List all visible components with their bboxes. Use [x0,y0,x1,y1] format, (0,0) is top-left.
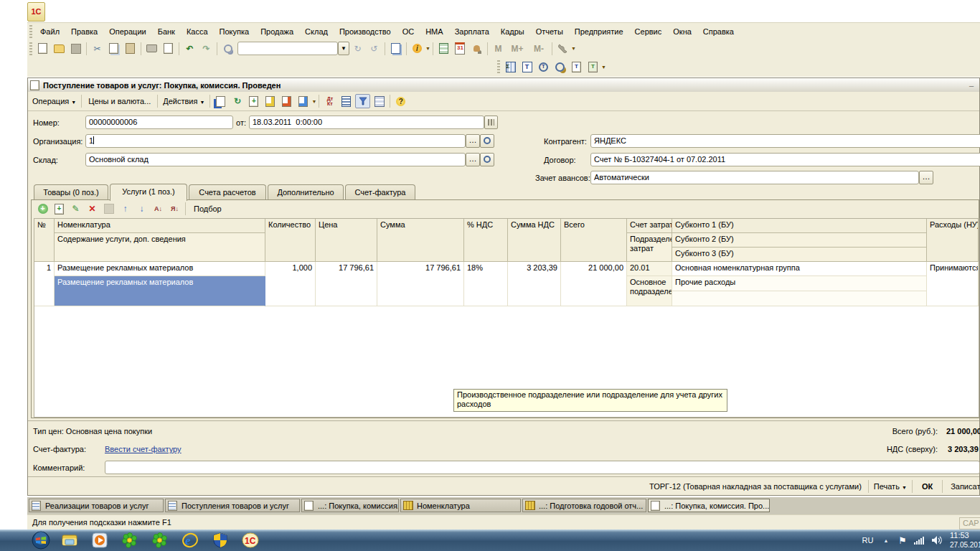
taskbar-ie-button[interactable]: e [176,531,204,550]
menu-salary[interactable]: Зарплата [449,24,495,38]
pick-button[interactable]: Подбор [188,203,227,215]
cell-service-content[interactable]: Размещение рекламных материалов [55,276,265,306]
cell-subdivision[interactable]: Основное подразделе... [627,276,672,306]
move-up-icon[interactable]: ↑ [118,202,133,216]
mdi-tab-purchase-new[interactable]: ...: Покупка, комиссия. Нов... [301,499,399,512]
menu-os[interactable]: ОС [397,24,420,38]
taskbar-icq-button[interactable] [116,531,144,550]
menu-help[interactable]: Справка [697,24,740,38]
paste-icon[interactable] [123,42,138,56]
new-document-icon[interactable] [35,42,50,56]
document-titlebar[interactable]: Поступление товаров и услуг: Покупка, ко… [28,78,979,93]
date-input[interactable]: 18.03.2011 0:00:00 [249,116,484,129]
operation-menu-button[interactable]: Операция ▼ [28,95,79,107]
copy-document-icon[interactable]: + [246,94,261,108]
menu-nma[interactable]: НМА [420,24,448,38]
find-prev-icon[interactable]: ↻ [367,42,382,56]
settings-caret-icon[interactable]: ▼ [571,46,576,51]
menu-reports[interactable]: Отчеты [530,24,569,38]
copy-row-icon[interactable]: + [52,202,67,216]
network-signal-icon[interactable] [914,536,925,545]
warehouse-input[interactable]: Основной склад [85,153,466,166]
advance-select-button[interactable]: … [919,171,933,184]
window-list-icon[interactable] [388,42,403,56]
cell-sub3[interactable] [672,291,927,306]
cut-icon[interactable]: ✂ [90,42,105,56]
comment-input[interactable] [105,461,980,474]
tab-goods[interactable]: Товары (0 поз.) [34,184,108,200]
cell-sum[interactable]: 17 796,61 [377,262,464,306]
structure-icon[interactable] [372,94,387,108]
tab-services[interactable]: Услуги (1 поз.) [110,184,187,201]
actions-menu-button[interactable]: Действия ▼ [160,95,207,107]
clock[interactable]: 11:5327.05.2011 [950,531,980,550]
cell-qty[interactable]: 1,000 [265,262,316,306]
taskbar-icq2-button[interactable] [146,531,174,550]
table-report-icon[interactable]: T [519,60,534,74]
save-row-icon[interactable] [101,202,116,216]
save-icon[interactable] [68,42,83,56]
taskbar-1c-button[interactable]: 1С [236,531,265,550]
1c-app-icon[interactable]: 1С [27,2,45,22]
organization-input[interactable]: 1 [85,134,466,148]
memory-plus-button[interactable]: М+ [507,42,527,56]
cell-nomenclature[interactable]: Размещение рекламных материалов [55,262,265,276]
delete-row-icon[interactable]: ✕ [85,202,100,216]
calculator-icon[interactable] [436,42,451,56]
menu-production[interactable]: Производство [334,24,397,38]
warehouse-open-button[interactable] [480,153,494,166]
save-button[interactable]: Записать [945,481,980,492]
mdi-tab-receipts[interactable]: Поступления товаров и услуг [165,499,300,512]
find-next-icon[interactable]: ↻ [350,42,365,56]
add-row-icon[interactable]: + [35,202,50,216]
mdi-tab-year-report[interactable]: ...: Подготовка годовой отч... [522,499,646,512]
cell-vat-rate[interactable]: 18% [464,262,508,306]
print-icon[interactable] [144,42,159,56]
warehouse-select-button[interactable]: … [466,153,480,166]
receipt-in-icon[interactable] [263,94,278,108]
quick-search-input[interactable] [237,42,338,55]
post-document-icon[interactable] [213,94,228,108]
organization-select-button[interactable]: … [466,134,480,148]
totals-table-icon[interactable]: Σ [503,60,518,74]
find-in-table-icon[interactable]: T [536,60,551,74]
sort-asc-icon[interactable]: А↓ [151,202,166,216]
info-caret-icon[interactable]: ▼ [425,46,430,51]
menu-sale[interactable]: Продажа [255,24,299,38]
menubar-grip[interactable] [29,25,32,38]
menu-bank[interactable]: Банк [152,24,181,38]
redo-icon[interactable]: ↷ [199,42,214,56]
undo-icon[interactable]: ↶ [182,42,197,56]
menu-windows[interactable]: Окна [667,24,697,38]
contractor-input[interactable]: ЯНДЕКС [590,134,980,148]
help-icon[interactable]: ? [393,94,408,108]
memory-recall-button[interactable]: М [491,42,506,56]
memory-minus-button[interactable]: М- [529,42,549,56]
dt-kt-icon[interactable]: ДтКт [322,94,337,108]
taskbar-media-player-button[interactable] [85,531,114,550]
tab-additional[interactable]: Дополнительно [268,184,344,200]
reports-caret-icon[interactable]: ▼ [601,65,606,70]
cell-cost-account[interactable]: 20.01 [627,262,672,276]
menu-edit[interactable]: Правка [65,24,103,38]
taskbar-explorer-button[interactable] [55,531,84,550]
language-indicator[interactable]: RU [862,536,874,545]
torg12-button[interactable]: ТОРГ-12 (Товарная накладная за поставщик… [645,481,866,492]
advance-input[interactable]: Автоматически [590,171,919,184]
document-report-icon[interactable]: T [569,60,584,74]
toolbar2-grip[interactable] [497,60,500,73]
prices-currency-button[interactable]: Цены и валюта... [84,95,155,107]
cell-sub2[interactable]: Прочие расходы [672,276,927,291]
tab-invoice[interactable]: Счет-фактура [345,184,415,200]
calendar-icon[interactable]: 31 [453,42,468,56]
ok-button[interactable]: ОК [915,481,940,492]
tab-accounts[interactable]: Счета расчетов [189,184,266,200]
menu-cash[interactable]: Касса [181,24,214,38]
send-document-icon[interactable] [296,94,311,108]
send-caret-icon[interactable]: ▼ [311,99,316,104]
register-list-icon[interactable] [339,94,354,108]
menu-service[interactable]: Сервис [629,24,668,38]
toolbar-grip[interactable] [29,42,32,55]
mdi-tab-nomenclature[interactable]: Номенклатура [400,499,521,512]
start-button[interactable] [28,531,54,550]
